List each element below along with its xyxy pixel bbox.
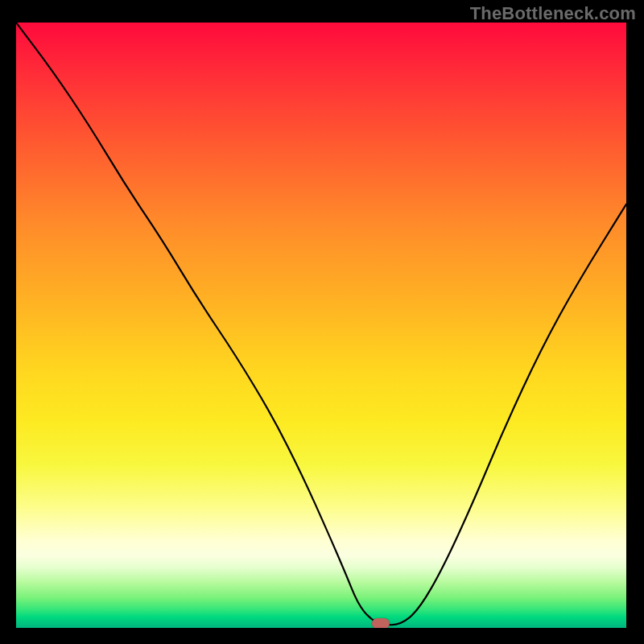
watermark-text: TheBottleneck.com	[470, 3, 636, 24]
plot-area	[16, 23, 626, 628]
optimal-marker	[372, 618, 390, 628]
chart-frame: TheBottleneck.com	[0, 0, 644, 644]
bottleneck-curve-svg	[16, 23, 626, 628]
bottleneck-curve-path	[16, 23, 626, 625]
